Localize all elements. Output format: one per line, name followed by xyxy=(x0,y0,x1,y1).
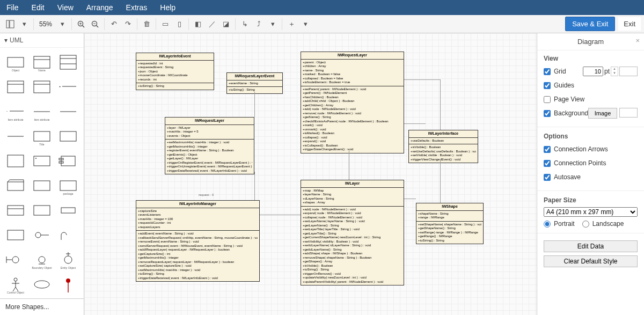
chevron-down-icon[interactable]: ▾ xyxy=(17,17,31,31)
shape-thumbnail[interactable]: Object xyxy=(3,51,27,74)
svg-rect-46 xyxy=(34,206,50,215)
shape-thumbnail[interactable] xyxy=(3,76,27,98)
waypoint-icon[interactable]: ⤴ xyxy=(252,17,266,31)
connector[interactable] xyxy=(404,199,416,199)
menu-arrange[interactable]: Arrange xyxy=(86,3,113,12)
uml-class-IWRequestLayer_mid[interactable]: IWRequestLayer+layer : IWLayer+maxHits :… xyxy=(165,117,254,174)
clear-style-button[interactable]: Clear Default Style xyxy=(544,255,638,267)
shape-thumbnail[interactable] xyxy=(3,248,27,271)
shape-thumbnail[interactable]: + xyxy=(56,76,80,98)
grid-checkbox[interactable] xyxy=(544,68,551,75)
shape-thumbnail[interactable]: Control Object xyxy=(3,273,27,296)
uml-class-IWLayer[interactable]: IWLayer+map : IWMap+layerName : String+d… xyxy=(301,180,404,285)
save-exit-button[interactable]: Save & Exit xyxy=(565,17,615,31)
uml-class-IWRequestLayer_top[interactable]: IWRequestLayer+parent : Object+children … xyxy=(301,52,404,153)
redo-icon[interactable]: ↷ xyxy=(121,17,135,31)
shape-thumbnail[interactable]: Item attribute xyxy=(30,100,54,123)
connector[interactable] xyxy=(254,172,255,200)
connector[interactable] xyxy=(404,79,441,80)
chevron-down-icon[interactable]: ▾ xyxy=(266,17,280,31)
connector[interactable] xyxy=(440,159,441,203)
shape-thumbnail[interactable]: Name xyxy=(30,51,54,74)
autosave-checkbox[interactable] xyxy=(544,174,551,181)
shape-thumbnail[interactable]: package xyxy=(56,174,80,197)
shape-thumbnail[interactable] xyxy=(56,273,80,296)
close-icon[interactable]: × xyxy=(635,36,640,45)
chevron-down-icon[interactable]: ▾ xyxy=(55,17,69,31)
conn-arrows-checkbox[interactable] xyxy=(544,146,551,153)
shape-thumbnail[interactable] xyxy=(56,51,80,74)
shape-thumbnail[interactable] xyxy=(30,174,54,197)
connector[interactable] xyxy=(440,79,441,130)
shape-thumbnail[interactable]: -Item attribute xyxy=(3,100,27,123)
shape-thumbnail[interactable] xyxy=(30,273,54,296)
paper-size-select[interactable]: A4 (210 mm x 297 mm) xyxy=(544,207,638,217)
background-image-button[interactable]: Image xyxy=(588,108,617,119)
shadow-icon[interactable]: ◪ xyxy=(219,17,233,31)
more-shapes-button[interactable]: More Shapes... xyxy=(0,298,84,315)
uml-class-IWShape[interactable]: IWShape+shapeName : String+range : IWRan… xyxy=(416,203,484,244)
shape-thumbnail[interactable]: Boundary Object xyxy=(30,248,54,271)
menu-extras[interactable]: Extras xyxy=(126,3,148,12)
to-front-icon[interactable]: ▭ xyxy=(158,17,172,31)
uml-class-IWLayerInfoManager[interactable]: IWLayerInfoManager+captureSize+eventList… xyxy=(136,200,260,282)
undo-icon[interactable]: ↶ xyxy=(107,17,121,31)
uml-class-IWRequestLayerEvent[interactable]: IWRequestLayerEvent+eventName : String+t… xyxy=(226,72,283,94)
sidebar-title[interactable]: ▾UML xyxy=(0,33,84,48)
connection-icon[interactable]: ↳ xyxy=(238,17,252,31)
menu-view[interactable]: View xyxy=(57,3,74,12)
shape-palette: ObjectName+-Item attributeItem attribute… xyxy=(0,48,84,298)
view-mode-icon[interactable] xyxy=(3,17,17,31)
connector[interactable] xyxy=(349,151,349,180)
connector[interactable] xyxy=(404,123,426,124)
shape-thumbnail[interactable] xyxy=(30,76,54,98)
fill-color-icon[interactable]: ◧ xyxy=(191,17,205,31)
shape-thumbnail[interactable] xyxy=(56,125,80,148)
background-checkbox[interactable] xyxy=(544,110,551,117)
exit-button[interactable]: Exit xyxy=(618,17,641,31)
uml-class-IWLayerInterface[interactable]: IWLayerInterface+useDefaults : Boolean+i… xyxy=(408,130,478,163)
shape-thumbnail[interactable] xyxy=(3,125,27,148)
zoom-level[interactable]: 55% xyxy=(36,20,55,28)
svg-point-62 xyxy=(14,278,17,281)
menu-help[interactable]: Help xyxy=(160,3,175,12)
shape-thumbnail[interactable]: Title xyxy=(30,125,54,148)
shape-thumbnail[interactable]: Entity Object xyxy=(56,248,80,271)
shape-thumbnail[interactable] xyxy=(30,199,54,222)
shape-thumbnail[interactable] xyxy=(56,150,80,172)
delete-icon[interactable]: 🗑 xyxy=(140,17,153,31)
menu-edit[interactable]: Edit xyxy=(32,3,45,12)
shape-thumbnail[interactable] xyxy=(56,100,80,123)
shape-thumbnail[interactable] xyxy=(56,199,80,222)
connector[interactable] xyxy=(260,215,301,215)
shape-thumbnail[interactable] xyxy=(30,224,54,246)
portrait-radio[interactable] xyxy=(544,221,551,228)
shape-thumbnail[interactable] xyxy=(3,174,27,197)
line-color-icon[interactable]: ／ xyxy=(205,17,219,31)
landscape-radio[interactable] xyxy=(582,221,589,228)
guides-checkbox[interactable] xyxy=(544,82,551,89)
shape-thumbnail[interactable] xyxy=(30,150,54,172)
add-icon[interactable]: ＋ xyxy=(284,17,298,31)
zoom-out-icon[interactable] xyxy=(88,17,102,31)
menu-file[interactable]: File xyxy=(6,3,19,12)
chevron-down-icon[interactable]: ▾ xyxy=(298,17,312,31)
uml-class-IWLayerInfoEvent[interactable]: IWLayerInfoEvent+requestedId : int+reque… xyxy=(136,53,214,90)
svg-rect-44 xyxy=(8,206,24,215)
pageview-checkbox[interactable] xyxy=(544,96,551,103)
grid-color-swatch[interactable] xyxy=(619,67,638,76)
conn-points-checkbox[interactable] xyxy=(544,160,551,167)
to-back-icon[interactable]: ▯ xyxy=(172,17,186,31)
shape-thumbnail[interactable] xyxy=(3,224,27,246)
edit-data-button[interactable]: Edit Data xyxy=(544,240,638,252)
grid-size-input[interactable] xyxy=(583,67,603,76)
grid-stepper[interactable]: ▲▼ xyxy=(611,67,618,76)
svg-rect-1 xyxy=(10,20,14,28)
connector[interactable] xyxy=(254,92,255,117)
shape-thumbnail[interactable] xyxy=(3,199,27,222)
shape-thumbnail[interactable] xyxy=(3,150,27,172)
zoom-in-icon[interactable] xyxy=(74,17,88,31)
shape-thumbnail[interactable] xyxy=(56,224,80,246)
canvas[interactable]: IWLayerInfoEvent+requestedId : int+reque… xyxy=(84,33,537,315)
background-color-swatch[interactable] xyxy=(619,108,638,118)
